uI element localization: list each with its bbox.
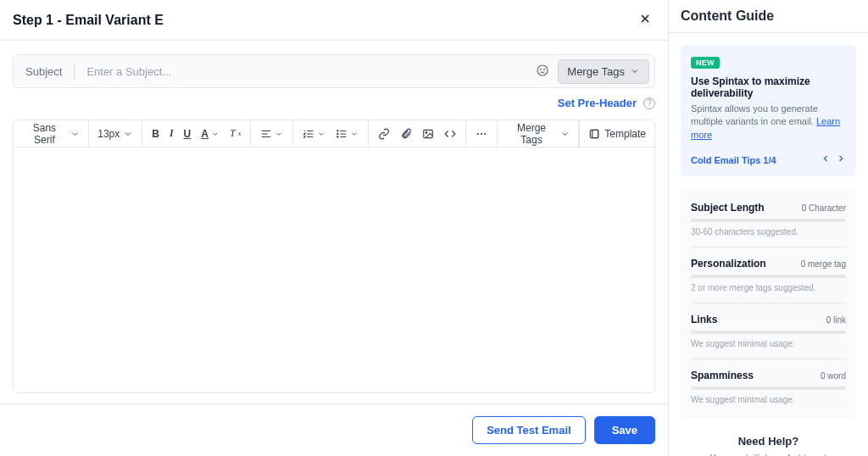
metric-subject-length: Subject Length 0 Character 30-60 charact… bbox=[691, 197, 846, 242]
chevron-down-icon bbox=[123, 129, 133, 139]
close-button[interactable] bbox=[635, 8, 655, 31]
text-color-button[interactable]: A bbox=[197, 125, 224, 143]
svg-point-1 bbox=[541, 69, 542, 70]
chevron-down-icon bbox=[317, 130, 326, 138]
font-family-select[interactable]: Sans Serif bbox=[19, 119, 83, 149]
prev-tip-button[interactable] bbox=[821, 153, 831, 166]
subject-label: Subject bbox=[25, 64, 75, 79]
code-icon bbox=[444, 128, 456, 140]
emoji-icon bbox=[536, 64, 549, 77]
metric-name: Links bbox=[691, 314, 717, 325]
template-button[interactable]: Template bbox=[579, 120, 654, 147]
editor-header: Step 1 - Email Variant E bbox=[0, 0, 668, 41]
svg-point-0 bbox=[537, 65, 548, 75]
subject-input[interactable] bbox=[75, 65, 532, 78]
align-left-icon bbox=[260, 128, 272, 140]
font-family-label: Sans Serif bbox=[22, 122, 67, 146]
save-button[interactable]: Save bbox=[594, 416, 655, 444]
editor-toolbar: Sans Serif 13px B I U bbox=[14, 120, 654, 147]
paperclip-icon bbox=[400, 128, 412, 140]
link-button[interactable] bbox=[374, 125, 394, 143]
chevron-down-icon bbox=[211, 130, 220, 138]
template-label: Template bbox=[604, 128, 646, 140]
image-button[interactable] bbox=[418, 125, 438, 143]
guide-title: Content Guide bbox=[669, 0, 868, 33]
metric-bar bbox=[691, 331, 846, 334]
image-icon bbox=[422, 128, 434, 140]
editor-merge-tags-button[interactable]: Merge Tags bbox=[503, 119, 573, 149]
svg-point-2 bbox=[544, 69, 545, 70]
metric-hint: We suggest minimal usage. bbox=[691, 339, 846, 348]
editor-body[interactable] bbox=[14, 147, 654, 392]
merge-tags-button[interactable]: Merge Tags bbox=[558, 59, 649, 84]
svg-point-10 bbox=[484, 132, 486, 134]
metric-hint: We suggest minimal usage. bbox=[691, 395, 846, 404]
align-button[interactable] bbox=[256, 125, 287, 143]
metrics-panel: Subject Length 0 Character 30-60 charact… bbox=[681, 188, 856, 418]
metric-bar bbox=[691, 275, 846, 278]
send-test-email-button[interactable]: Send Test Email bbox=[472, 416, 585, 444]
chevron-down-icon bbox=[560, 129, 570, 139]
metric-links: Links 0 link We suggest minimal usage. bbox=[691, 309, 846, 353]
set-preheader-link[interactable]: Set Pre-Header bbox=[558, 97, 637, 109]
metric-name: Subject Length bbox=[691, 202, 765, 214]
cold-email-tips-link[interactable]: Cold Email Tips 1/4 bbox=[691, 155, 776, 165]
svg-point-7 bbox=[426, 131, 427, 133]
help-pre: You can bbox=[710, 453, 746, 456]
help-box: Need Help? You can initiate a chat to ge… bbox=[681, 430, 856, 456]
more-button[interactable] bbox=[471, 125, 492, 143]
card-text-body: Spintax allows you to generate multiple … bbox=[691, 103, 818, 126]
preheader-row: Set Pre-Header ? bbox=[13, 97, 655, 109]
underline-button[interactable]: U bbox=[180, 125, 196, 143]
help-post: to get bbox=[801, 453, 827, 456]
svg-point-9 bbox=[481, 132, 482, 134]
metric-value: 0 word bbox=[821, 371, 846, 381]
svg-rect-11 bbox=[591, 130, 598, 137]
footer: Send Test Email Save bbox=[0, 403, 668, 456]
unordered-list-button[interactable] bbox=[331, 125, 363, 143]
card-title: Use Spintax to maximize deliverability bbox=[691, 75, 846, 99]
emoji-button[interactable] bbox=[532, 60, 553, 83]
font-size-label: 13px bbox=[97, 128, 120, 140]
code-button[interactable] bbox=[440, 125, 460, 143]
metric-value: 0 merge tag bbox=[801, 259, 846, 269]
italic-button[interactable]: I bbox=[165, 124, 178, 143]
link-icon bbox=[378, 128, 390, 140]
close-icon bbox=[638, 12, 652, 25]
attachment-button[interactable] bbox=[396, 125, 416, 143]
chevron-left-icon bbox=[821, 153, 831, 164]
text-color-icon: A bbox=[201, 128, 209, 140]
more-icon bbox=[476, 128, 487, 140]
metric-personalization: Personalization 0 merge tag 2 or more me… bbox=[691, 253, 846, 298]
metric-bar bbox=[691, 219, 846, 222]
metric-bar bbox=[691, 386, 846, 390]
next-tip-button[interactable] bbox=[836, 153, 846, 166]
chevron-right-icon bbox=[836, 153, 846, 164]
bold-button[interactable]: B bbox=[147, 125, 164, 143]
subject-row: Subject Merge Tags bbox=[13, 54, 655, 88]
font-size-select[interactable]: 13px bbox=[94, 125, 136, 143]
svg-point-8 bbox=[477, 132, 479, 134]
merge-tags-label: Merge Tags bbox=[567, 65, 625, 78]
svg-point-3 bbox=[337, 130, 338, 131]
chevron-down-icon bbox=[350, 130, 359, 138]
page-title: Step 1 - Email Variant E bbox=[13, 13, 164, 28]
svg-rect-12 bbox=[593, 130, 598, 137]
new-badge: NEW bbox=[691, 57, 720, 69]
metric-name: Personalization bbox=[691, 258, 766, 270]
editor-merge-tags-label: Merge Tags bbox=[506, 122, 557, 146]
ordered-list-button[interactable] bbox=[298, 125, 330, 143]
initiate-chat-link[interactable]: initiate a chat bbox=[746, 453, 801, 456]
metric-spamminess: Spamminess 0 word We suggest minimal usa… bbox=[691, 364, 846, 409]
help-icon[interactable]: ? bbox=[643, 97, 655, 109]
card-text: Spintax allows you to generate multiple … bbox=[691, 103, 846, 142]
svg-point-5 bbox=[337, 136, 338, 136]
help-text: You can initiate a chat to get bbox=[681, 453, 856, 456]
metric-value: 0 link bbox=[826, 315, 846, 325]
unordered-list-icon bbox=[336, 128, 348, 140]
chevron-down-icon bbox=[275, 130, 283, 138]
svg-point-4 bbox=[337, 133, 338, 134]
spintax-card: NEW Use Spintax to maximize deliverabili… bbox=[681, 45, 856, 176]
clear-format-button[interactable]: Tx bbox=[225, 124, 245, 143]
metric-value: 0 Character bbox=[802, 203, 846, 213]
